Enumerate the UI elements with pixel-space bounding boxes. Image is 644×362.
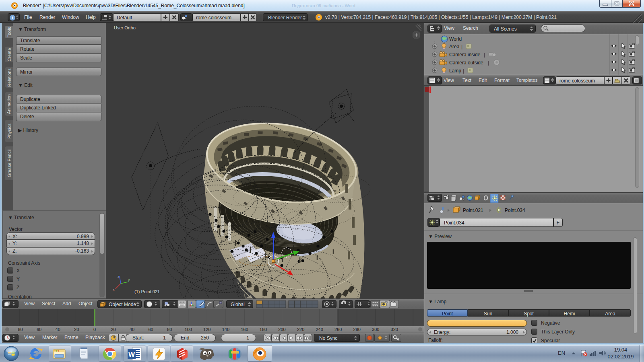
svg-text:|: | <box>461 44 462 49</box>
svg-text:60: 60 <box>148 327 153 332</box>
svg-text:320: 320 <box>391 327 398 332</box>
svg-text:140: 140 <box>222 327 229 332</box>
svg-text:|: | <box>463 68 464 74</box>
svg-text:z: z <box>118 275 120 279</box>
svg-text:Camera outside: Camera outside <box>449 60 483 66</box>
svg-text:i: i <box>12 15 13 20</box>
svg-text:Lamp: Lamp <box>449 68 461 74</box>
svg-text:20: 20 <box>111 327 116 332</box>
svg-text:0: 0 <box>93 327 96 332</box>
svg-text:x: x <box>113 288 115 292</box>
svg-text:40: 40 <box>130 327 134 332</box>
svg-text:160: 160 <box>241 327 248 332</box>
svg-text:Point.021: Point.021 <box>463 208 483 213</box>
svg-text:300: 300 <box>372 327 379 332</box>
svg-text:280: 280 <box>353 327 361 332</box>
svg-text:-40: -40 <box>54 327 60 332</box>
svg-text:-60: -60 <box>35 327 41 332</box>
svg-text:|: | <box>484 52 485 58</box>
svg-text:(1) Point.021: (1) Point.021 <box>134 289 160 294</box>
svg-text:World: World <box>449 36 462 42</box>
svg-text:200: 200 <box>278 327 285 332</box>
svg-text:W: W <box>128 351 135 358</box>
svg-text:220: 220 <box>297 327 304 332</box>
svg-text:240: 240 <box>316 327 323 332</box>
svg-text:-80: -80 <box>17 327 23 332</box>
svg-text:User Ortho: User Ortho <box>114 25 136 30</box>
svg-text:100: 100 <box>185 327 192 332</box>
svg-text:120: 120 <box>203 327 211 332</box>
svg-text:y: y <box>128 278 130 282</box>
svg-text:|: | <box>488 60 489 66</box>
svg-text:-20: -20 <box>72 327 79 332</box>
svg-text:Point.034: Point.034 <box>505 208 525 213</box>
svg-text:Camera inside: Camera inside <box>449 52 481 58</box>
svg-text:260: 260 <box>334 327 342 332</box>
svg-text:180: 180 <box>260 327 267 332</box>
svg-text:80: 80 <box>167 327 172 332</box>
svg-text:Area: Area <box>449 44 460 49</box>
